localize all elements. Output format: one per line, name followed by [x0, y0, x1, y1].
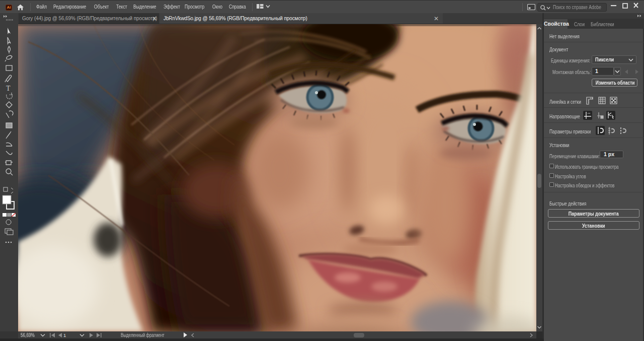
svg-text:T: T	[6, 85, 11, 92]
